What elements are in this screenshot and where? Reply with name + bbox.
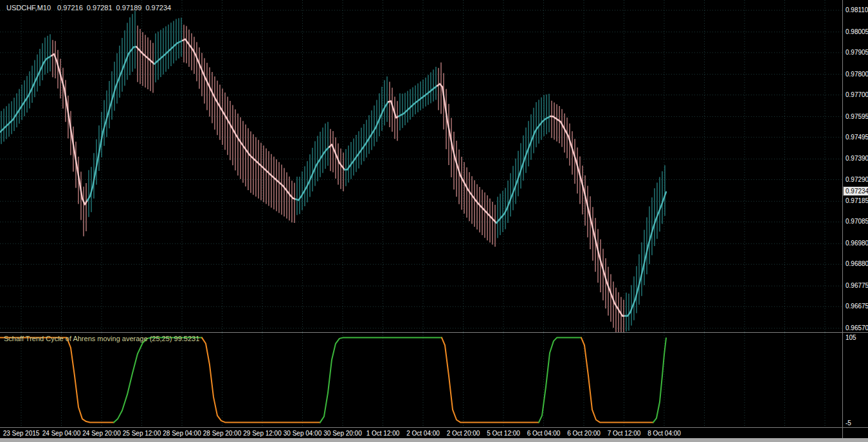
indicator-label: Schaff Trend Cycle of Ahrens moving aver…: [4, 335, 199, 342]
open-value: 0.97216: [57, 4, 83, 12]
symbol-timeframe: USDCHF,M10: [6, 4, 51, 12]
price-tick-label: 0.96775: [845, 282, 868, 289]
time-tick-label: 6 Oct 20:00: [567, 430, 601, 437]
price-tick-label: 0.97085: [845, 218, 868, 225]
price-tick-label: 0.96980: [845, 240, 868, 247]
time-tick-label: 25 Sep 12:00: [123, 430, 161, 437]
time-tick-label: 30 Sep 04:00: [284, 430, 322, 437]
panel-separator-2[interactable]: [0, 427, 868, 428]
symbol-ohlc-label: USDCHF,M100.972160.972810.971890.97234: [6, 4, 175, 12]
indicator-scale-min: -5: [845, 420, 851, 427]
close-value: 0.97234: [145, 4, 171, 12]
price-tick-label: 0.96675: [845, 303, 868, 310]
time-tick-label: 8 Oct 04:00: [647, 430, 681, 437]
window-bottom-border: [0, 438, 868, 442]
time-tick-label: 2 Oct 20:00: [447, 430, 480, 437]
price-tick-label: 0.97800: [845, 71, 868, 78]
time-tick-label: 23 Sep 2015: [3, 430, 40, 437]
time-tick-label: 6 Oct 04:00: [527, 430, 561, 437]
chart-window: USDCHF,M100.972160.972810.971890.97234 S…: [0, 0, 868, 442]
price-tick-label: 0.97290: [845, 176, 868, 183]
time-tick-label: 7 Oct 12:00: [608, 430, 641, 437]
time-tick-label: 24 Sep 20:00: [82, 430, 121, 437]
price-tick-label: 0.96880: [845, 260, 868, 267]
time-tick-label: 29 Sep 12:00: [243, 430, 282, 437]
high-value: 0.97281: [87, 4, 113, 12]
current-price-badge: 0.97234: [843, 186, 868, 196]
price-tick-label: 0.97905: [845, 49, 868, 56]
indicator-canvas[interactable]: [0, 333, 842, 427]
time-axis[interactable]: 23 Sep 201524 Sep 04:0024 Sep 20:0025 Se…: [0, 428, 868, 438]
time-tick-label: 2 Oct 04:00: [406, 430, 440, 437]
price-scale[interactable]: 0.97234 0.981100.980050.979050.978000.97…: [842, 0, 868, 438]
time-tick-label: 30 Sep 20:00: [323, 430, 362, 437]
price-tick-label: 0.97595: [845, 113, 868, 120]
time-tick-label: 5 Oct 12:00: [487, 430, 520, 437]
low-value: 0.97189: [116, 4, 142, 12]
panel-separator[interactable]: [0, 332, 868, 333]
price-tick-label: 0.97495: [845, 134, 868, 141]
time-tick-label: 24 Sep 04:00: [42, 430, 81, 437]
price-tick-label: 0.97700: [845, 91, 868, 98]
price-tick-label: 0.97185: [845, 197, 868, 204]
indicator-scale-max: 105: [845, 334, 856, 341]
price-tick-label: 0.98110: [845, 6, 868, 13]
time-tick-label: 28 Sep 20:00: [203, 430, 242, 437]
price-tick-label: 0.96570: [845, 324, 868, 332]
price-tick-label: 0.97390: [845, 155, 868, 162]
price-tick-label: 0.98005: [845, 28, 868, 35]
time-tick-label: 1 Oct 12:00: [366, 430, 400, 437]
price-chart-canvas[interactable]: [0, 0, 842, 332]
time-tick-label: 28 Sep 04:00: [163, 430, 201, 437]
